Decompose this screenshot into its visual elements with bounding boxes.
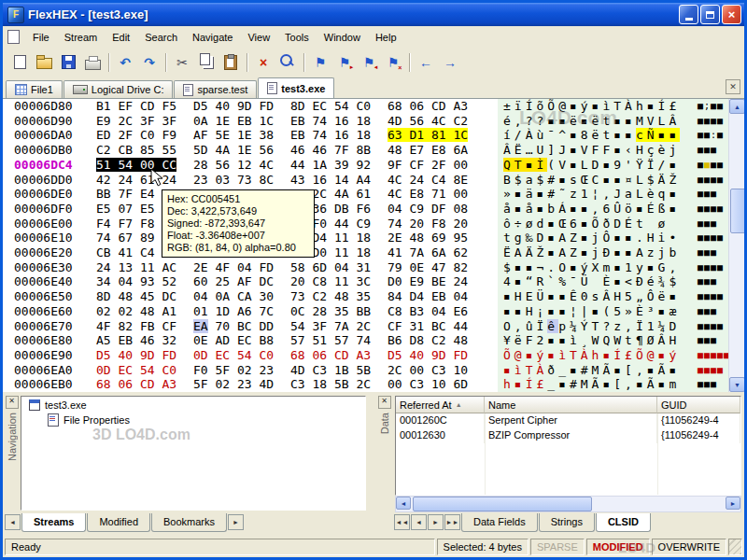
hex-bytes-group[interactable]: EA 70 BC DD (193, 319, 274, 334)
ansi-text[interactable]: Õ@▪ý▪ìTÀh▪Í£Õ@▪ý (503, 348, 680, 363)
vertical-scrollbar[interactable]: ▲ ▼ (728, 99, 744, 392)
hex-bytes-group[interactable]: 43 16 14 A4 (290, 173, 371, 188)
tab-next-icon[interactable]: ► (428, 514, 444, 530)
hex-bytes-group[interactable]: 04 C9 DF 08 (388, 202, 468, 217)
forward-button[interactable]: → (438, 50, 462, 74)
hex-bytes-group[interactable]: 2E 4F 04 FD (193, 260, 274, 275)
hex-bytes-group[interactable]: C8 B3 04 E6 (388, 304, 468, 319)
new-button[interactable] (7, 50, 32, 74)
tab-close-button[interactable]: ✕ (726, 79, 740, 94)
table-row[interactable]: 0001260CSerpent Cipher{11056249-4 (396, 413, 740, 428)
hex-bytes-group[interactable]: 57 51 57 74 (290, 333, 371, 348)
ansi-text[interactable]: é,??▪▪ë▪ët▪▪MVLÂ (503, 114, 680, 129)
column-divider[interactable] (657, 413, 658, 495)
hex-bytes-group[interactable]: 8D EC 54 C0 (290, 99, 371, 114)
tab-scroll-left-icon[interactable]: ◄ (5, 514, 21, 530)
close-data-panel-icon[interactable]: ✕ (378, 396, 391, 409)
column-divider[interactable] (485, 413, 486, 495)
hex-bytes-group[interactable]: 84 D4 EB 04 (388, 289, 468, 304)
tab-test3-exe[interactable]: test3.exe (258, 77, 334, 98)
hex-bytes-group[interactable]: 46 46 7F 8B (290, 143, 371, 158)
hex-bytes-group[interactable]: 24 13 11 AC (96, 260, 176, 275)
hex-bytes-group[interactable]: C2 CB 85 55 (96, 143, 176, 158)
nav-tab-bookmarks[interactable]: Bookmarks (151, 513, 227, 532)
hex-bytes-group[interactable]: 79 0E 47 82 (388, 260, 468, 275)
hex-bytes-group[interactable]: 68 06 CD A3 (388, 99, 468, 114)
ansi-text[interactable]: í/Àù¯^▪8ët▪▪cÑ▪▪ (503, 128, 680, 143)
cut-button[interactable]: ✂ (170, 50, 194, 74)
menu-item-stream[interactable]: Stream (57, 29, 105, 46)
hex-bytes-group[interactable]: 4C 24 C4 8E (388, 173, 468, 188)
bookmark-button[interactable]: ⚑ (308, 50, 332, 74)
hex-bytes-group[interactable]: 34 04 93 52 (96, 274, 176, 289)
hex-bytes-group[interactable]: 0E AD EC B8 (193, 333, 274, 348)
hex-bytes-group[interactable]: C3 18 5B 2C (290, 377, 371, 392)
ansi-text[interactable]: ▪ìTÀð_▪#MÃ▪[,▪Ã▪ (503, 363, 680, 378)
hex-bytes-group[interactable]: 5F 02 23 4D (193, 377, 274, 392)
ansi-text[interactable]: $▪▪¬.O▪ýXm▪1y▪G‚ (503, 260, 680, 275)
hex-bytes-group[interactable]: 73 C2 48 35 (290, 289, 371, 304)
hex-bytes-group[interactable]: ED 2F C0 F9 (96, 128, 176, 143)
hex-bytes-group[interactable]: 58 6D 04 31 (290, 260, 371, 275)
hex-bytes-group[interactable]: 0D EC 54 C0 (193, 348, 274, 363)
hex-bytes-group[interactable]: 4C E8 71 00 (388, 187, 468, 202)
hex-bytes-group[interactable]: 20 C8 11 3C (290, 274, 371, 289)
hex-bytes-group[interactable]: D0 E9 BE 24 (388, 274, 468, 289)
scroll-right-button[interactable]: ► (726, 497, 740, 510)
bookmark-prev-button[interactable]: ⚑◂ (357, 50, 381, 74)
ansi-text[interactable]: ¥ëF2▪▪ì¸WQWt¶ØÂH (503, 333, 680, 348)
tab-sparse-test[interactable]: sparse.test (174, 80, 257, 98)
hex-bytes-group[interactable]: 01 1D A6 7C (193, 304, 274, 319)
hex-bytes-group[interactable]: 54 3F 7A 2C (290, 319, 371, 334)
hex-bytes-group[interactable]: EB 74 16 18 (290, 114, 371, 129)
vertical-scroll-thumb[interactable] (730, 189, 744, 233)
tab-file1[interactable]: File1 (6, 80, 63, 98)
hex-bytes-group[interactable]: D5 40 9D FD (193, 99, 274, 114)
menu-item-navigate[interactable]: Navigate (185, 29, 240, 46)
hex-bytes-group[interactable]: 02 02 48 A1 (96, 304, 176, 319)
table-row[interactable]: 00012630BZIP Compressor{11056249-4 (396, 428, 740, 443)
hex-bytes-group[interactable]: 4F 82 FB CF (96, 319, 176, 334)
scroll-down-button[interactable]: ▼ (729, 377, 744, 392)
ansi-text[interactable]: tg‰D▪AZ▪jÔ▪▪.Hi• (503, 231, 680, 245)
ansi-text[interactable]: ▪HEÜ▪▪Ê0sÂH5„Ôë▪ (503, 289, 680, 304)
horizontal-scrollbar[interactable]: ◄ ► (395, 496, 741, 512)
ansi-text[interactable]: B$a$#▪sŒC▪▪¤L$ÄŽ (503, 173, 680, 188)
hex-bytes-group[interactable]: 4D 56 4C C2 (388, 114, 468, 129)
nav-tab-streams[interactable]: Streams (21, 513, 86, 532)
hex-bytes-group[interactable]: 68 06 CD A3 (96, 377, 176, 392)
tab-prev-icon[interactable]: ◄ (411, 514, 427, 530)
copy-button[interactable] (194, 50, 218, 74)
hex-bytes-group[interactable]: 0C 28 35 BB (290, 304, 371, 319)
tree-item-test3-exe[interactable]: test3.exe (21, 397, 365, 411)
ansi-text[interactable]: QT▪Ì(V▪LD▪9'ŸÏ/▪ (503, 158, 680, 173)
open-button[interactable] (32, 50, 56, 74)
menu-item-help[interactable]: Help (368, 29, 404, 46)
hex-bytes-group[interactable]: 9F CF 2F 00 (388, 158, 468, 173)
column-header-referred-at[interactable]: Referred At▲ (396, 397, 485, 413)
ansi-text[interactable]: 4▪“R`%¯Ü È▪<Ðé¾$ (503, 274, 680, 289)
paste-button[interactable] (218, 50, 243, 74)
hex-bytes-group[interactable]: 00 C3 10 6D (388, 377, 468, 392)
bookmark-clear-button[interactable]: ⚑× (381, 50, 405, 74)
menu-item-file[interactable]: File (25, 29, 57, 46)
redo-button[interactable]: ↷ (137, 50, 162, 74)
hex-bytes-group[interactable]: F0 5F 02 23 (193, 363, 274, 378)
nav-tab-modified[interactable]: Modified (87, 513, 150, 532)
ansi-text[interactable]: »▪ä▪#˜z1¦,JaLèq▪ (503, 187, 680, 202)
hex-bytes-group[interactable]: 60 25 AF DC (193, 274, 274, 289)
menu-item-search[interactable]: Search (137, 29, 185, 46)
maximize-button[interactable] (700, 5, 720, 24)
minimize-button[interactable] (679, 5, 698, 24)
document-icon[interactable] (7, 30, 20, 44)
menu-item-tools[interactable]: Tools (277, 29, 317, 46)
scroll-up-button[interactable]: ▲ (729, 99, 744, 114)
ansi-text[interactable]: ▪▪H¡▪▪¦|▪(5»È³▪æ (503, 304, 680, 319)
hex-bytes-group[interactable]: 0D EC 54 C0 (96, 363, 176, 378)
hex-bytes-group[interactable]: EB 74 16 18 (290, 128, 371, 143)
undo-button[interactable]: ↶ (113, 50, 137, 74)
hex-bytes-group[interactable]: 2E 48 69 95 (388, 231, 468, 245)
data-tab-data-fields[interactable]: Data Fields (461, 513, 538, 532)
hex-bytes-group[interactable]: 74 20 F8 20 (388, 217, 468, 231)
hex-bytes-group[interactable]: 4D C3 1B 5B (290, 363, 371, 378)
